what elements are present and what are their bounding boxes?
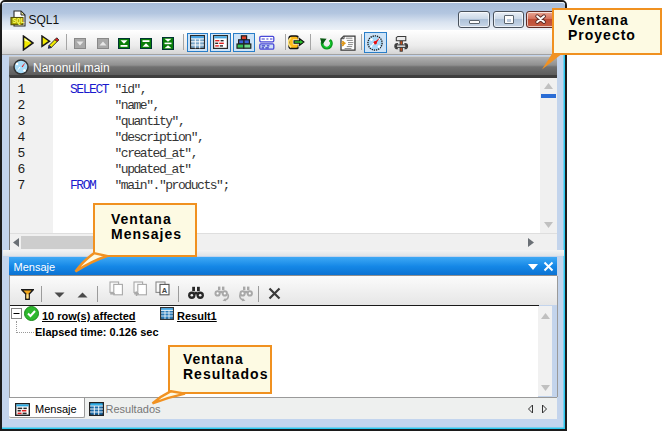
- svg-text:A: A: [162, 286, 168, 295]
- svg-text:SQL: SQL: [12, 17, 24, 25]
